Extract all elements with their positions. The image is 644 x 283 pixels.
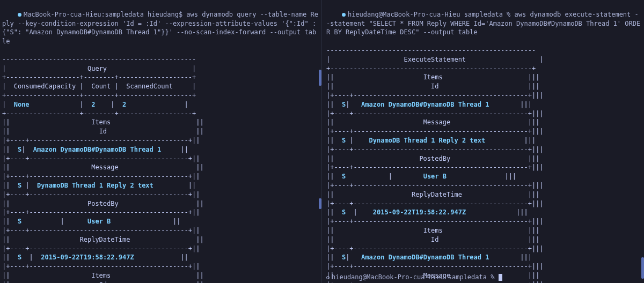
prompt-line-right: hieudang@MacBook-Pro-cua-Hieu sampledata… — [326, 1, 642, 46]
status-prompt: hieudang@MacBook-Pro-cua-Hieu sampledata… — [332, 273, 494, 281]
cursor-icon — [499, 274, 502, 281]
scrollbar-thumb-right[interactable] — [641, 257, 644, 279]
prompt-line-left: MacBook-Pro-cua-Hieu:sampledata hieudang… — [2, 1, 319, 55]
prompt-host-right: hieudang@MacBook-Pro-cua-Hieu sampledata… — [348, 11, 510, 18]
inactive-dot-icon — [326, 276, 330, 279]
prompt-host-left: MacBook-Pro-cua-Hieu:sampledata hieudang… — [24, 11, 182, 18]
ascii-table-right: ----------------------------------------… — [326, 46, 642, 283]
terminal-pane-left[interactable]: MacBook-Pro-cua-Hieu:sampledata hieudang… — [0, 0, 322, 283]
scrollbar-right[interactable] — [641, 0, 644, 283]
scrollbar-thumb-left[interactable] — [319, 70, 321, 86]
terminal-pane-right[interactable]: hieudang@MacBook-Pro-cua-Hieu sampledata… — [322, 0, 644, 283]
active-dot-icon — [18, 13, 21, 17]
ascii-table-left: ----------------------------------------… — [2, 55, 319, 283]
active-dot-icon — [342, 13, 346, 17]
scrollbar-left[interactable] — [318, 0, 321, 283]
scrollbar-thumb-left-2[interactable] — [319, 198, 321, 209]
status-line-right: hieudang@MacBook-Pro-cua-Hieu sampledata… — [326, 273, 502, 282]
